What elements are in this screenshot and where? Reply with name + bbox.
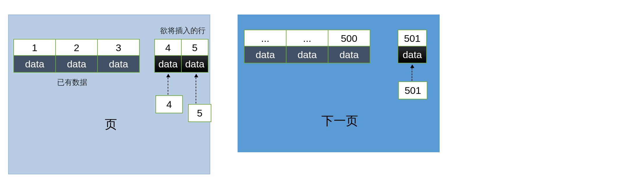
- cell-index: 5: [182, 40, 208, 56]
- cell-index: 2: [56, 40, 97, 56]
- arrow-up-5: [196, 74, 196, 103]
- cell-stack-4: 4 data: [154, 39, 182, 73]
- cell-stack-5: 5 data: [181, 39, 208, 73]
- label-insert-rows: 欲将插入的行: [160, 26, 206, 36]
- cell-data: data: [182, 56, 208, 72]
- cell-stack-500: 500 data: [328, 30, 370, 63]
- label-existing-data: 已有数据: [57, 77, 87, 87]
- next-rows-group: ... data ... data 500 data: [244, 30, 370, 63]
- cell-data: data: [56, 56, 97, 72]
- label-next-page: 下一页: [321, 113, 358, 129]
- cell-stack-3: 3 data: [97, 39, 140, 73]
- cell-stack-1: 1 data: [13, 39, 56, 73]
- cell-stack-dots-1: ... data: [244, 30, 286, 63]
- label-page: 页: [105, 116, 117, 133]
- cell-index: 3: [98, 40, 139, 56]
- cell-stack-2: 2 data: [55, 39, 98, 73]
- insert-rows-group: 4 data 5 data: [154, 39, 208, 73]
- cell-index: 1: [14, 40, 55, 56]
- cell-stack-dots-2: ... data: [286, 30, 328, 63]
- cell-stack-501: 501 data: [398, 30, 427, 63]
- arrow-up-501: [412, 65, 412, 81]
- overflow-row-group: 501 data: [398, 30, 427, 63]
- page-panel-next: ... data ... data 500 data 501 data 501 …: [238, 15, 440, 152]
- cell-index: 501: [398, 30, 426, 46]
- cell-index: 500: [328, 30, 370, 46]
- cell-data: data: [98, 56, 139, 72]
- cell-data: data: [328, 46, 370, 63]
- page-panel-current: 欲将插入的行 1 data 2 data 3 data 4 data 5 dat…: [8, 15, 210, 174]
- cell-index: ...: [245, 30, 286, 46]
- cell-index: ...: [286, 30, 328, 46]
- pointer-box-4: 4: [155, 95, 183, 113]
- cell-data: data: [14, 56, 55, 72]
- existing-rows-group: 1 data 2 data 3 data: [13, 39, 140, 73]
- arrow-up-4: [168, 74, 168, 95]
- cell-data: data: [155, 56, 181, 72]
- cell-index: 4: [155, 40, 181, 56]
- cell-data: data: [286, 46, 328, 63]
- cell-data: data: [398, 46, 426, 63]
- pointer-box-501: 501: [398, 81, 427, 99]
- pointer-box-5: 5: [188, 104, 211, 122]
- cell-data: data: [245, 46, 286, 63]
